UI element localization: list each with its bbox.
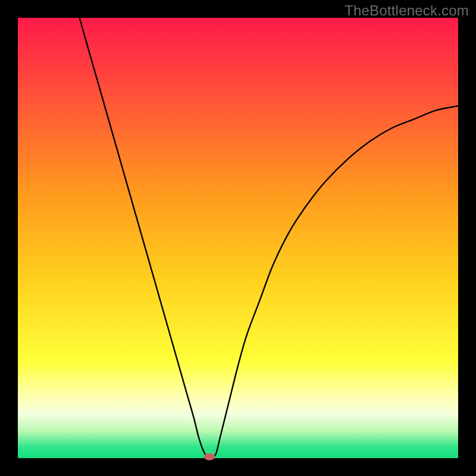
chart-svg bbox=[0, 0, 476, 476]
plot-background bbox=[18, 18, 458, 458]
chart-frame: TheBottleneck.com bbox=[0, 0, 476, 476]
bottleneck-marker bbox=[204, 453, 215, 461]
watermark-text: TheBottleneck.com bbox=[345, 2, 469, 19]
